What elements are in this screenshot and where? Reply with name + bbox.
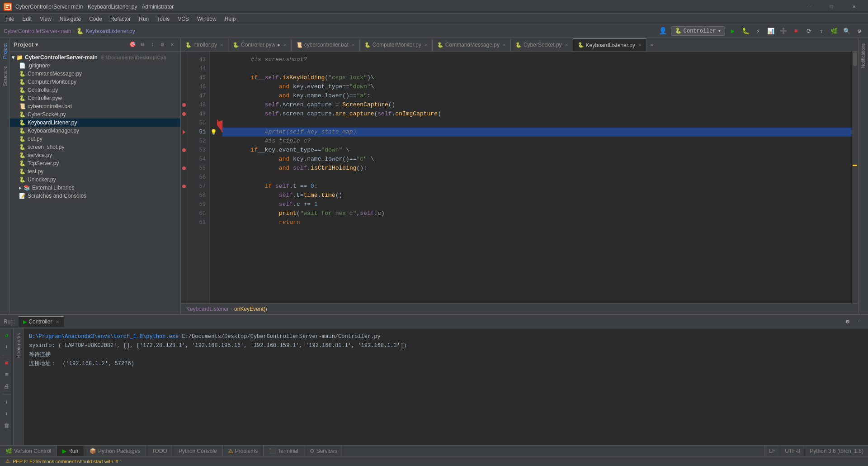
structure-tab[interactable]: Structure: [1, 62, 9, 90]
file-controller[interactable]: 🐍 Controller.py: [10, 86, 180, 94]
breakpoint-49[interactable]: [182, 112, 186, 116]
tab-version-control[interactable]: 🌿 Version Control: [0, 446, 57, 456]
menu-navigate[interactable]: Navigate: [56, 15, 85, 23]
minimize-button[interactable]: —: [798, 0, 819, 14]
scrollbar-thumb[interactable]: [853, 52, 857, 66]
settings-button[interactable]: ⚙: [854, 26, 864, 36]
breadcrumb-file[interactable]: KeyboardListener.py: [85, 28, 135, 34]
file-tcpserver[interactable]: 🐍 TcpServer.py: [10, 159, 180, 167]
run-button[interactable]: ▶: [728, 26, 738, 36]
tab-run[interactable]: ▶ Run: [57, 446, 84, 456]
encoding[interactable]: UTF-8: [780, 446, 805, 456]
run-configuration[interactable]: 🐍 Controller ▾: [671, 26, 725, 36]
file-cybersocket[interactable]: 🐍 CyberSocket.py: [10, 110, 180, 119]
locate-file-button[interactable]: 🎯: [128, 40, 137, 49]
file-cybercontroller-bat[interactable]: 📜 cybercontroller.bat: [10, 102, 180, 110]
debug-button[interactable]: 🐛: [741, 26, 750, 36]
external-libraries[interactable]: ▸ 📚 External Libraries: [10, 184, 180, 192]
tab-controller-pyw[interactable]: 🐍 Controller.pyw ● ✕: [228, 38, 292, 51]
profile-button[interactable]: 📊: [766, 26, 776, 36]
breakpoint-57[interactable]: [182, 185, 186, 188]
breadcrumb-method[interactable]: onKeyEvent(): [234, 306, 267, 312]
scroll-to-end-button[interactable]: ⬇: [2, 342, 12, 352]
run-panel-tab[interactable]: ▶ Controller ✕: [19, 316, 64, 327]
run-with-coverage[interactable]: ⚡: [753, 26, 763, 36]
scratches-consoles[interactable]: 📝 Scratches and Consoles: [10, 192, 180, 200]
file-test[interactable]: 🐍 test.py: [10, 167, 180, 176]
python-version[interactable]: Python 3.6 (torch_1.8): [805, 446, 868, 456]
project-panel-tab[interactable]: Project: [1, 40, 9, 62]
breakpoint-55[interactable]: [182, 166, 186, 170]
tab-close6-icon[interactable]: ✕: [565, 43, 568, 48]
tab-python-console[interactable]: Python Console: [173, 446, 223, 456]
menu-run[interactable]: Run: [135, 15, 152, 23]
tab-close3-icon[interactable]: ✕: [351, 43, 355, 48]
file-computermonitor[interactable]: 🐍 ComputerMonitor.py: [10, 78, 180, 86]
menu-view[interactable]: View: [36, 15, 55, 23]
menu-tools[interactable]: Tools: [153, 15, 173, 23]
tab-terminal[interactable]: ⬛ Terminal: [264, 446, 304, 456]
bookmarks-label[interactable]: Bookmarks: [15, 330, 22, 361]
file-unlocker[interactable]: 🐍 Unlocker.py: [10, 176, 180, 184]
tab-python-packages[interactable]: 📦 Python Packages: [84, 446, 146, 456]
git-push-button[interactable]: ⇧: [816, 26, 826, 36]
rerun-button[interactable]: ↺: [2, 330, 12, 340]
tab-problems[interactable]: ⚠ Problems: [223, 446, 264, 456]
tab-controller[interactable]: 🐍 ntroller.py ✕: [181, 38, 228, 51]
menu-help[interactable]: Help: [221, 15, 240, 23]
breadcrumb-root[interactable]: CyberControllerServer-main: [4, 28, 71, 34]
git-update-button[interactable]: ⟳: [804, 26, 814, 36]
file-keyboardlistener[interactable]: 🐍 KeyboardListener.py: [10, 119, 180, 127]
project-dropdown[interactable]: Project ▾: [14, 41, 38, 48]
toggle-soft-wrap[interactable]: ≡: [2, 370, 12, 380]
add-config-button[interactable]: ➕: [778, 26, 788, 36]
line-ending[interactable]: LF: [764, 446, 780, 456]
tree-close-button[interactable]: ✕: [168, 40, 177, 49]
up-button[interactable]: ⬆: [2, 397, 12, 407]
tab-cybercontroller-bat[interactable]: 📜 cybercontroller.bat ✕: [292, 38, 360, 51]
run-tab-close[interactable]: ✕: [56, 319, 59, 324]
maximize-button[interactable]: □: [821, 0, 842, 14]
git-button[interactable]: 🌿: [829, 26, 839, 36]
search-everywhere-button[interactable]: 🔍: [842, 26, 852, 36]
file-commandmessage[interactable]: 🐍 CommandMessage.py: [10, 70, 180, 78]
stop-run-button[interactable]: ■: [2, 358, 12, 368]
tab-close7-icon[interactable]: ✕: [638, 43, 642, 48]
menu-window[interactable]: Window: [193, 15, 220, 23]
code-content[interactable]: #is screenshoot? if__self.isKeyHolding("…: [217, 52, 852, 303]
collapse-all-button[interactable]: ⊟: [138, 40, 147, 49]
menu-refactor[interactable]: Refactor: [107, 15, 134, 23]
code-editor[interactable]: 43 44 45 46 47 48 49 50 51 52 53 54 55 5…: [181, 52, 858, 303]
down-button[interactable]: ⬇: [2, 409, 12, 419]
menu-vcs[interactable]: VCS: [174, 15, 193, 23]
bulb-icon[interactable]: 💡: [210, 129, 217, 136]
nav-avatar-icon[interactable]: 👤: [658, 26, 668, 36]
tab-close-icon[interactable]: ✕: [220, 43, 223, 48]
stop-button[interactable]: ■: [791, 26, 801, 36]
file-gitignore[interactable]: 📄 .gitignore: [10, 62, 180, 70]
run-hide-icon[interactable]: −: [854, 317, 864, 327]
file-out[interactable]: 🐍 out.py: [10, 135, 180, 143]
tab-commandmessage[interactable]: 🐍 CommandMessage.py ✕: [433, 38, 511, 51]
tree-sort-button[interactable]: ↕: [148, 40, 157, 49]
tree-settings-button[interactable]: ⚙: [158, 40, 167, 49]
close-button[interactable]: ✕: [844, 0, 864, 14]
breadcrumb-class[interactable]: KeyboardListener: [186, 306, 229, 312]
tab-close4-icon[interactable]: ✕: [424, 43, 428, 48]
clear-output-button[interactable]: 🗑: [2, 421, 12, 431]
editor-scrollbar[interactable]: [852, 52, 858, 303]
breakpoint-53[interactable]: [182, 148, 186, 152]
file-controller-pyw[interactable]: 🐍 Controller.pyw: [10, 94, 180, 102]
tab-close5-icon[interactable]: ✕: [502, 43, 506, 48]
tabs-overflow-button[interactable]: »: [646, 38, 657, 51]
tab-todo[interactable]: TODO: [146, 446, 173, 456]
run-settings-icon[interactable]: ⚙: [843, 317, 853, 327]
tab-close2-icon[interactable]: ✕: [283, 43, 287, 48]
menu-edit[interactable]: Edit: [19, 15, 35, 23]
project-root[interactable]: ▾ 📁 CyberControllerServer-main E:\Docume…: [10, 53, 180, 62]
breakpoint-48[interactable]: [182, 103, 186, 107]
tab-services[interactable]: ⚙ Services: [304, 446, 343, 456]
file-service[interactable]: 🐍 service.py: [10, 151, 180, 159]
file-screenshot[interactable]: 🐍 screen_shot.py: [10, 143, 180, 151]
file-keyboardmanager[interactable]: 🐍 KeyboardManager.py: [10, 127, 180, 135]
